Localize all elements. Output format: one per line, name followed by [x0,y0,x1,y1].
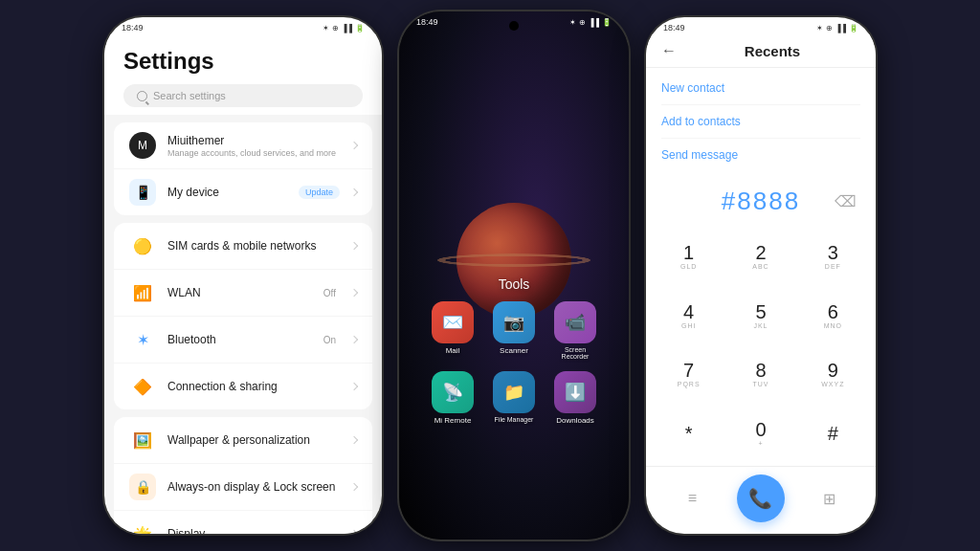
wlan-text: WLAN [167,286,312,299]
back-button[interactable]: ← [661,42,677,59]
dial-key-1[interactable]: 1 GLD [654,228,724,285]
scanner-app[interactable]: 📷 Scanner [489,301,539,360]
status-bar-right: 18:49 ✶ ⊕ ▐▐ 🔋 [646,17,876,34]
add-to-contacts-option[interactable]: Add to contacts [661,105,860,139]
lock-icon: 🔒 [129,474,156,500]
bluetooth-icon: ✶ [129,326,156,353]
sim-label: SIM cards & mobile networks [167,239,340,253]
recents-options: New contact Add to contacts Send message [646,68,876,175]
search-placeholder: Search settings [153,90,226,101]
wallpaper-text: Wallpaper & personalization [167,433,340,447]
bluetooth-status: On [323,335,336,345]
folder-title: Tools [418,276,610,292]
my-device-text: My device [167,186,287,199]
recorder-label: Screen Recorder [550,346,600,360]
folder-grid: ✉️ Mail 📷 Scanner 📹 Screen Recorder 📡 Mi… [418,301,610,425]
display-item[interactable]: 🌟 Display [114,511,372,534]
settings-header: Settings Search settings [104,34,382,115]
status-icons-right: ✶ ⊕ ▐▐ 🔋 [816,24,858,33]
send-message-option[interactable]: Send message [661,139,860,171]
chevron-icon [350,336,358,343]
number-display: #8888 ⌫ [646,175,876,224]
dial-key-7[interactable]: 7 PQRS [654,346,724,404]
settings-body: M Miuithemer Manage accounts, cloud serv… [104,115,382,534]
mi-remote-icon: 📡 [432,371,474,413]
bluetooth-label: Bluetooth [167,333,312,346]
file-manager-icon: 📁 [493,371,535,413]
account-item[interactable]: M Miuithemer Manage accounts, cloud serv… [114,122,372,169]
my-device-item[interactable]: 📱 My device Update [114,169,372,215]
account-sublabel: Manage accounts, cloud services, and mor… [167,148,340,158]
dialer-screen: ← Recents New contact Add to contacts Se… [646,34,876,534]
update-badge: Update [299,186,340,199]
downloads-icon: ⬇️ [554,371,596,413]
call-button[interactable]: 📞 [737,474,785,522]
home-screen: Tools ✉️ Mail 📷 Scanner 📹 Screen Recorde… [399,11,629,540]
lockscreen-text: Always-on display & Lock screen [167,480,340,494]
screen-recorder-app[interactable]: 📹 Screen Recorder [550,301,600,360]
phone-left: 18:49 ✶ ⊕ ▐▐ 🔋 Settings Search settings … [104,17,382,534]
settings-title: Settings [123,48,363,75]
status-bar-center: 18:49 ✶ ⊕ ▐▐ 🔋 [399,11,629,29]
connection-icon: 🔶 [129,373,156,400]
dial-key-star[interactable]: * [654,405,724,462]
menu-button[interactable]: ≡ [675,481,709,516]
dial-key-2[interactable]: 2 ABC [725,228,795,285]
mail-icon: ✉️ [432,301,474,343]
mi-remote-label: Mi Remote [434,416,472,425]
wifi-icon: 📶 [129,279,156,306]
dial-key-8[interactable]: 8 TUV [725,346,795,404]
chevron-icon [350,289,358,297]
mi-remote-app[interactable]: 📡 Mi Remote [428,371,478,425]
dial-key-hash[interactable]: # [798,405,868,462]
time-center: 18:49 [416,17,438,27]
sim-item[interactable]: 🟡 SIM cards & mobile networks [114,223,372,270]
phone-center: 18:49 ✶ ⊕ ▐▐ 🔋 Tools ✉️ Mail 📷 Scanner [399,11,629,540]
status-bar-left: 18:49 ✶ ⊕ ▐▐ 🔋 [104,17,382,34]
display-label: Display [167,527,340,534]
dial-key-6[interactable]: 6 MNO [798,287,868,344]
status-icons-center: ✶ ⊕ ▐▐ 🔋 [569,18,612,27]
chevron-icon [350,530,358,534]
my-device-label: My device [167,186,287,199]
sim-icon: 🟡 [129,232,156,259]
keypad-button[interactable]: ⊞ [813,481,847,516]
downloads-label: Downloads [556,416,594,425]
dial-key-4[interactable]: 4 GHI [654,287,724,344]
chevron-icon [350,242,358,250]
display-icon: 🌟 [129,520,156,534]
time-left: 18:49 [122,23,144,33]
scanner-label: Scanner [500,346,528,355]
bluetooth-text: Bluetooth [167,333,312,346]
dial-key-9[interactable]: 9 WXYZ [798,346,868,404]
display-section: 🖼️ Wallpaper & personalization 🔒 Always-… [114,417,372,534]
scanner-icon: 📷 [493,301,535,343]
dial-key-3[interactable]: 3 DEF [798,228,868,285]
connection-item[interactable]: 🔶 Connection & sharing [114,364,372,409]
account-section: M Miuithemer Manage accounts, cloud serv… [114,122,372,215]
dial-key-5[interactable]: 5 JKL [725,287,795,344]
delete-button[interactable]: ⌫ [835,192,857,210]
dialer-header: ← Recents [646,34,876,68]
file-manager-app[interactable]: 📁 File Manager [489,371,539,425]
chevron-icon [350,483,358,491]
lockscreen-item[interactable]: 🔒 Always-on display & Lock screen [114,464,372,511]
wlan-label: WLAN [167,286,312,299]
chevron-icon [350,188,358,196]
connection-label: Connection & sharing [167,380,340,393]
dialer-bottom: ≡ 📞 ⊞ [646,466,876,534]
wlan-item[interactable]: 📶 WLAN Off [114,270,372,317]
account-name: Miuithemer [167,134,340,147]
wallpaper-item[interactable]: 🖼️ Wallpaper & personalization [114,417,372,464]
my-device-icon: 📱 [129,179,156,206]
downloads-app[interactable]: ⬇️ Downloads [550,371,600,425]
connectivity-section: 🟡 SIM cards & mobile networks 📶 WLAN Off… [114,223,372,409]
bluetooth-item[interactable]: ✶ Bluetooth On [114,317,372,364]
tools-folder[interactable]: Tools ✉️ Mail 📷 Scanner 📹 Screen Recorde… [418,276,610,425]
new-contact-option[interactable]: New contact [661,72,860,105]
dial-key-0[interactable]: 0 + [725,405,795,462]
mail-app[interactable]: ✉️ Mail [428,301,478,360]
wlan-status: Off [323,288,336,298]
search-bar[interactable]: Search settings [123,84,363,107]
recents-title: Recents [684,43,860,59]
